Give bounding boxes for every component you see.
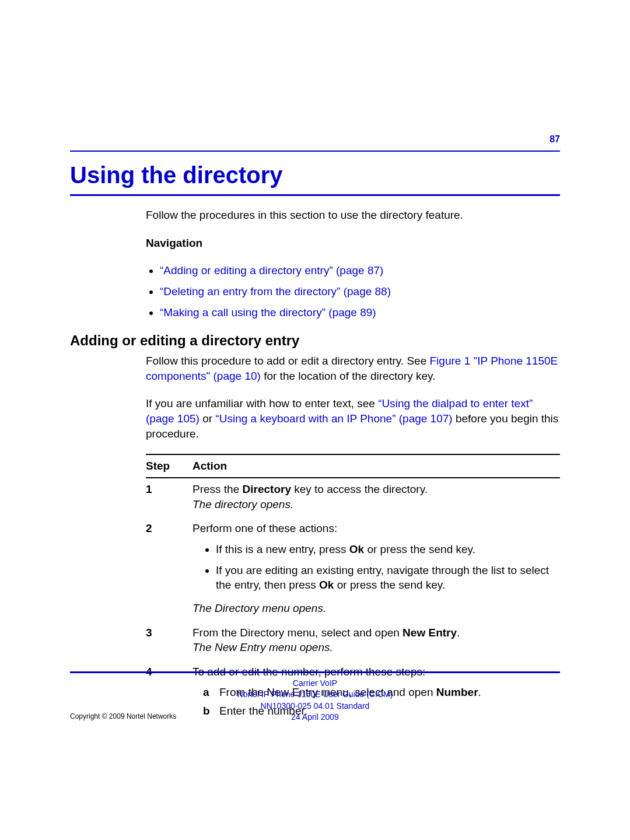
- table-row: 3 From the Directory menu, select and op…: [146, 622, 560, 661]
- nav-link[interactable]: “Making a call using the directory” (pag…: [160, 306, 376, 318]
- intro-paragraph: Follow the procedures in this section to…: [146, 208, 560, 223]
- header-action: Action: [192, 459, 560, 474]
- text: Press the: [192, 483, 243, 495]
- bold-text: Directory: [243, 483, 291, 495]
- nav-link[interactable]: “Adding or editing a directory entry” (p…: [160, 264, 383, 276]
- navigation-list: “Adding or editing a directory entry” (p…: [146, 263, 560, 320]
- nav-item: “Making a call using the directory” (pag…: [160, 305, 560, 320]
- text: for the location of the directory key.: [261, 370, 436, 382]
- page-number: 87: [70, 134, 560, 145]
- step-number: 2: [146, 521, 192, 615]
- section-title: Adding or editing a directory entry: [70, 332, 560, 349]
- step-number: 3: [146, 625, 192, 655]
- bold-text: Ok: [349, 543, 364, 555]
- text: From the Directory menu, select and open: [192, 626, 402, 639]
- section-paragraph-1: Follow this procedure to add or edit a d…: [146, 354, 560, 383]
- divider-under-title: [70, 194, 560, 196]
- nav-item: “Deleting an entry from the directory” (…: [160, 284, 560, 299]
- step-action: Press the Directory key to access the di…: [192, 482, 560, 512]
- nav-link[interactable]: “Deleting an entry from the directory” (…: [160, 285, 391, 298]
- body-content: Follow the procedures in this section to…: [146, 208, 560, 320]
- table-header-row: Step Action: [146, 455, 560, 477]
- text: Perform one of these actions:: [192, 522, 337, 534]
- cross-ref-link[interactable]: “Using a keyboard with an IP Phone” (pag…: [215, 412, 452, 425]
- bold-text: New Entry: [402, 626, 457, 639]
- step-action: Perform one of these actions: If this is…: [192, 521, 560, 615]
- footer-line: Carrier VoIP: [70, 678, 560, 690]
- text: Follow this procedure to add or edit a d…: [146, 355, 430, 367]
- copyright-text: Copyright © 2009 Nortel Networks: [70, 712, 176, 720]
- footer-rule: [70, 671, 560, 673]
- text: If this is a new entry, press: [216, 543, 349, 555]
- bullet-item: If this is a new entry, press Ok or pres…: [216, 542, 560, 557]
- text: or press the send key.: [364, 543, 475, 555]
- section-paragraph-2: If you are unfamiliar with how to enter …: [146, 396, 560, 441]
- result-text: The directory opens.: [192, 498, 293, 510]
- chapter-title: Using the directory: [70, 162, 560, 188]
- text: or press the send key.: [334, 579, 445, 591]
- step-number: 1: [146, 482, 192, 512]
- text: key to access the directory.: [291, 483, 428, 495]
- footer-line: Nortel IP Phone 1150E User Guide (CICM): [70, 689, 560, 701]
- navigation-heading: Navigation: [146, 236, 560, 251]
- header-step: Step: [146, 459, 192, 474]
- table-row: 1 Press the Directory key to access the …: [146, 478, 560, 517]
- nav-item: “Adding or editing a directory entry” (p…: [160, 263, 560, 278]
- result-text: The New Entry menu opens.: [192, 641, 333, 653]
- result-text: The Directory menu opens.: [192, 601, 560, 616]
- table-row: 2 Perform one of these actions: If this …: [146, 517, 560, 621]
- footer-line: NN10300-025 04.01 Standard: [70, 701, 560, 712]
- step-action: From the Directory menu, select and open…: [192, 625, 560, 655]
- bullet-list: If this is a new entry, press Ok or pres…: [192, 542, 560, 593]
- document-page: 87 Using the directory Follow the proced…: [0, 0, 630, 724]
- text: or: [200, 412, 215, 425]
- text: .: [457, 626, 460, 639]
- bold-text: Ok: [319, 579, 334, 591]
- bullet-item: If you are editing an existing entry, na…: [216, 563, 560, 593]
- text: If you are unfamiliar with how to enter …: [146, 397, 378, 410]
- divider-top: [70, 150, 560, 152]
